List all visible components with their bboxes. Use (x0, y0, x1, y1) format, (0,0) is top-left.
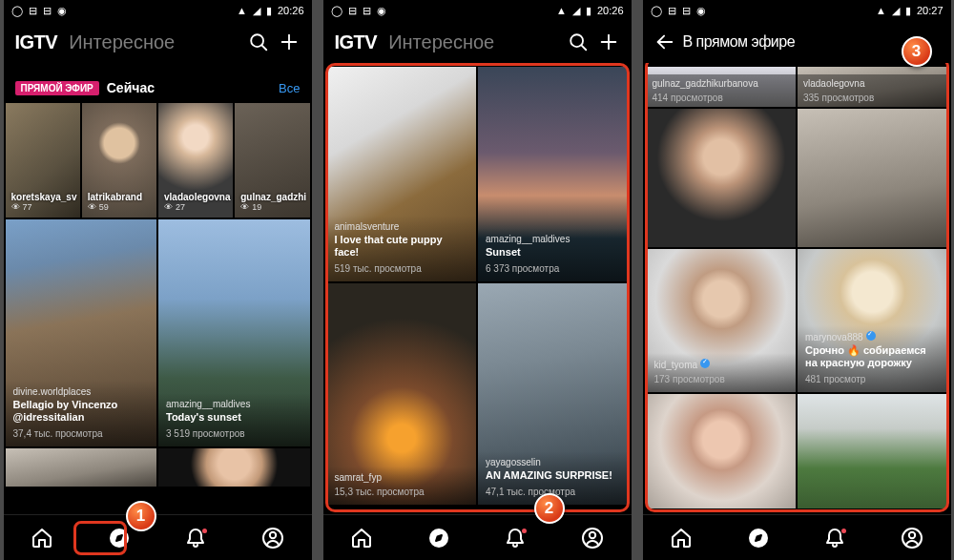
live-feed[interactable]: gulnaz_gadzhikurbanova 414 просмотров vl… (643, 63, 951, 514)
status-icon: ⊟ (29, 5, 37, 17)
video-tile[interactable] (158, 448, 310, 487)
status-bar: ◯⊟⊟◉ ▲◢▮20:26 (323, 0, 632, 21)
live-tile-header[interactable]: vladaolegovna 335 просмотров (798, 67, 947, 107)
svg-line-1 (261, 46, 266, 51)
live-card[interactable]: koretskaya_sv 👁 77 (6, 103, 80, 218)
opera-icon: ◯ (11, 5, 23, 17)
tile-views: 3 519 просмотров (166, 428, 302, 439)
back-icon[interactable] (654, 31, 675, 53)
step-badge-3: 3 (902, 36, 932, 67)
tile-username: animalsventure (335, 221, 469, 232)
nav-profile-icon[interactable] (260, 526, 285, 550)
bottom-nav (643, 514, 951, 560)
video-tile[interactable]: yayagosselin AN AMAZING SURPRISE! 47,1 т… (478, 283, 628, 505)
tile-title: Today's sunset (166, 411, 302, 425)
video-tile[interactable]: samrat_fyp 15,3 тыс. просмотра (327, 283, 477, 505)
live-view-count: 👁 59 (88, 202, 151, 212)
live-view-count: 👁 19 (240, 202, 303, 212)
tile-views: 173 просмотров (654, 374, 789, 384)
tile-username: amazing__maldives (166, 399, 302, 409)
nav-profile-icon[interactable] (900, 526, 924, 550)
signal-icon: ◢ (253, 5, 260, 17)
search-icon[interactable] (247, 31, 270, 53)
live-card[interactable]: latrikabrand 👁 59 (82, 103, 156, 218)
status-bar: ◯ ⊟ ⊟ ◉ ▲ ◢ ▮ 20:26 (4, 0, 312, 21)
nav-explore-icon[interactable] (426, 526, 451, 550)
tile-title: Срочно 🔥 собираемся на красную дорожку (805, 344, 940, 371)
nav-profile-icon[interactable] (580, 526, 605, 550)
nav-activity-icon[interactable] (822, 526, 847, 550)
tile-title: AN AMAZING SURPRISE! (486, 469, 620, 483)
verified-icon (866, 331, 876, 341)
svg-line-9 (581, 46, 586, 51)
video-tile[interactable]: animalsventure I love that cute puppy fa… (327, 67, 477, 281)
clock: 20:27 (917, 5, 944, 16)
tile-views: 335 просмотров (803, 93, 942, 103)
svg-point-15 (590, 531, 595, 537)
live-now-label: Сейчас (107, 80, 155, 95)
igtv-feed[interactable]: divine.worldplaces Bellagio by Vincenzo … (4, 218, 312, 514)
live-tile[interactable]: marynova888 Срочно 🔥 собираемся на красн… (798, 249, 947, 392)
live-view-count: 👁 27 (164, 202, 227, 212)
shazam-icon: ◉ (57, 5, 67, 17)
live-tile-header[interactable]: gulnaz_gadzhikurbanova 414 просмотров (647, 67, 797, 107)
wifi-icon: ▲ (237, 5, 247, 16)
live-username: gulnaz_gadzhi (240, 192, 303, 202)
tile-views: 519 тыс. просмотра (335, 263, 469, 274)
add-icon[interactable] (278, 31, 301, 53)
live-card[interactable]: vladaolegovna 👁 27 (158, 103, 233, 218)
add-icon[interactable] (597, 31, 620, 53)
nav-explore-icon[interactable] (107, 526, 132, 550)
video-tile[interactable] (6, 448, 157, 487)
live-tile[interactable] (798, 109, 947, 247)
svg-point-7 (270, 531, 276, 537)
notification-dot (841, 529, 846, 533)
tile-views: 414 просмотров (653, 93, 791, 103)
igtv-title: IGTV (335, 31, 378, 53)
live-tile[interactable] (647, 109, 797, 247)
tile-username: amazing__maldives (486, 234, 620, 244)
tile-username: divine.worldplaces (13, 386, 150, 397)
igtv-title: IGTV (15, 31, 58, 53)
nav-activity-icon[interactable] (183, 526, 208, 550)
live-page-title: В прямом эфире (683, 33, 796, 51)
igtv-header: IGTV Интересное (4, 21, 312, 63)
nav-explore-icon[interactable] (746, 526, 771, 550)
live-tile[interactable] (798, 394, 947, 508)
notification-dot (202, 529, 207, 533)
tile-views: 37,4 тыс. просмотра (13, 428, 150, 439)
notification-dot (522, 529, 527, 533)
nav-activity-icon[interactable] (503, 526, 528, 550)
igtv-feed[interactable]: animalsventure I love that cute puppy fa… (323, 63, 632, 514)
igtv-subtitle[interactable]: Интересное (388, 31, 494, 53)
live-username: koretskaya_sv (11, 192, 74, 202)
tile-title: Bellagio by Vincenzo @idressitalian (13, 399, 150, 425)
live-tile[interactable]: kid_tyoma 173 просмотров (647, 249, 797, 392)
live-badge: ПРЯМОЙ ЭФИР (15, 81, 99, 95)
live-tile[interactable] (647, 394, 797, 508)
igtv-subtitle[interactable]: Интересное (69, 31, 175, 53)
video-tile[interactable]: amazing__maldives Today's sunset 3 519 п… (158, 219, 310, 446)
live-see-all[interactable]: Все (279, 81, 300, 95)
clock: 20:26 (597, 5, 624, 16)
nav-home-icon[interactable] (30, 526, 54, 550)
svg-marker-13 (436, 535, 442, 541)
video-tile[interactable]: amazing__maldives Sunset 6 373 просмотра (478, 67, 628, 281)
phone-screen-1: ◯ ⊟ ⊟ ◉ ▲ ◢ ▮ 20:26 IGTV Интересное ПРЯМ… (4, 0, 312, 560)
tile-views: 481 просмотр (805, 374, 940, 384)
svg-marker-5 (116, 535, 122, 541)
nav-home-icon[interactable] (349, 526, 374, 550)
phone-screen-2: ◯⊟⊟◉ ▲◢▮20:26 IGTV Интересное animalsven… (323, 0, 632, 560)
tile-title: Sunset (486, 246, 620, 259)
live-card[interactable]: gulnaz_gadzhi 👁 19 (235, 103, 309, 218)
search-icon[interactable] (567, 31, 590, 53)
nav-home-icon[interactable] (669, 526, 694, 550)
status-bar: ◯⊟⊟◉ ▲◢▮20:27 (643, 0, 951, 21)
verified-icon (700, 359, 710, 368)
igtv-header: IGTV Интересное (323, 21, 632, 63)
tile-title: I love that cute puppy face! (335, 234, 469, 260)
tile-username: yayagosselin (486, 457, 620, 467)
step-badge-1: 1 (126, 501, 156, 531)
video-tile[interactable]: divine.worldplaces Bellagio by Vincenzo … (6, 219, 157, 446)
live-strip[interactable]: koretskaya_sv 👁 77 latrikabrand 👁 59 vla… (4, 103, 312, 218)
